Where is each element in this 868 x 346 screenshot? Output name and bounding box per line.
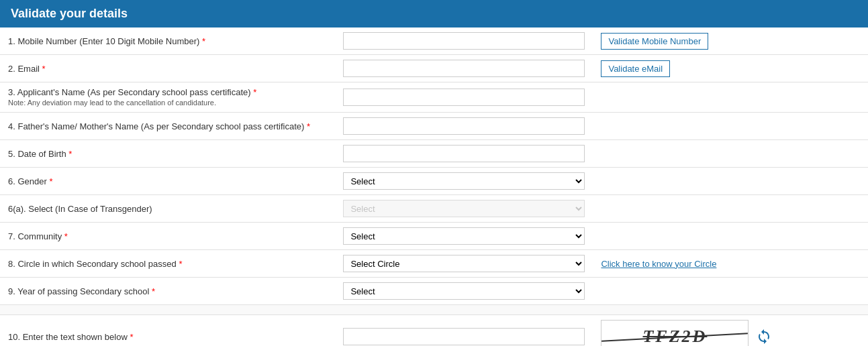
form-table: 1. Mobile Number (Enter 10 Digit Mobile …: [0, 27, 868, 346]
email-label-cell: 2. Email *: [0, 55, 335, 82]
captcha-image-cell: TFZ2D: [593, 315, 868, 347]
circle-label: 8. Circle in which Secondary school pass…: [8, 259, 177, 269]
transgender-input-cell: Select: [335, 195, 593, 223]
dob-label: 5. Date of Birth: [8, 149, 66, 159]
community-input-cell: Select OC BC MBC SC ST: [335, 223, 593, 250]
captcha-label-cell: 10. Enter the text shown below *: [0, 315, 335, 347]
father-name-input-cell: [335, 113, 593, 140]
circle-label-cell: 8. Circle in which Secondary school pass…: [0, 250, 335, 278]
circle-row: 8. Circle in which Secondary school pass…: [0, 250, 868, 278]
main-container: Validate your details 1. Mobile Number (…: [0, 0, 868, 346]
circle-select[interactable]: Select Circle Circle 1 Circle 2: [343, 255, 585, 272]
gender-label: 6. Gender: [8, 176, 47, 186]
email-required: *: [42, 64, 46, 74]
community-action-cell: [593, 223, 868, 250]
year-label: 9. Year of passing Secondary school: [8, 286, 149, 296]
father-name-input[interactable]: [343, 117, 585, 135]
father-name-row: 4. Father's Name/ Mother's Name (As per …: [0, 113, 868, 140]
captcha-row: 10. Enter the text shown below * TFZ2D: [0, 315, 868, 347]
applicant-name-row: 3. Applicant's Name (As per Secondary sc…: [0, 82, 868, 113]
mobile-action-cell: Validate Mobile Number: [593, 27, 868, 55]
community-row: 7. Community * Select OC BC MBC SC ST: [0, 223, 868, 250]
dob-input[interactable]: [343, 145, 585, 162]
applicant-name-input[interactable]: [343, 89, 585, 106]
applicant-name-note: Note: Any deviation may lead to the canc…: [8, 99, 216, 107]
captcha-image: TFZ2D: [601, 320, 749, 346]
father-name-label-cell: 4. Father's Name/ Mother's Name (As per …: [0, 113, 335, 140]
mobile-input[interactable]: [343, 32, 585, 50]
dob-action-cell: [593, 140, 868, 168]
gender-select[interactable]: Select Male Female Transgender: [343, 172, 585, 190]
refresh-captcha-button[interactable]: [755, 328, 773, 345]
dob-label-cell: 5. Date of Birth *: [0, 140, 335, 168]
year-required: *: [152, 286, 155, 296]
applicant-name-action-cell: [593, 82, 868, 113]
gender-row: 6. Gender * Select Male Female Transgend…: [0, 168, 868, 195]
community-select[interactable]: Select OC BC MBC SC ST: [343, 227, 585, 245]
captcha-area: TFZ2D: [601, 320, 860, 346]
father-name-required: *: [307, 121, 310, 131]
applicant-name-label-cell: 3. Applicant's Name (As per Secondary sc…: [0, 82, 335, 113]
dob-row: 5. Date of Birth *: [0, 140, 868, 168]
gender-action-cell: [593, 168, 868, 195]
captcha-text: TFZ2D: [642, 327, 707, 346]
circle-required: *: [179, 259, 182, 269]
dob-required: *: [68, 149, 72, 159]
validate-mobile-button[interactable]: Validate Mobile Number: [601, 33, 708, 50]
transgender-row: 6(a). Select (In Case of Transgender) Se…: [0, 195, 868, 223]
father-name-label: 4. Father's Name/ Mother's Name (As per …: [8, 121, 304, 131]
transgender-action-cell: [593, 195, 868, 223]
year-select[interactable]: Select 2023 2022 2021: [343, 282, 585, 300]
captcha-input[interactable]: [343, 328, 585, 345]
community-label-cell: 7. Community *: [0, 223, 335, 250]
email-action-cell: Validate eMail: [593, 55, 868, 82]
captcha-required: *: [130, 332, 133, 342]
circle-input-cell: Select Circle Circle 1 Circle 2: [335, 250, 593, 278]
applicant-name-input-cell: [335, 82, 593, 113]
mobile-label: 1. Mobile Number (Enter 10 Digit Mobile …: [8, 36, 199, 46]
captcha-label: 10. Enter the text shown below: [8, 332, 128, 342]
mobile-required: *: [202, 36, 205, 46]
year-row: 9. Year of passing Secondary school * Se…: [0, 278, 868, 305]
father-name-action-cell: [593, 113, 868, 140]
email-label: 2. Email: [8, 64, 40, 74]
community-required: *: [64, 231, 68, 241]
gender-input-cell: Select Male Female Transgender: [335, 168, 593, 195]
transgender-label-cell: 6(a). Select (In Case of Transgender): [0, 195, 335, 223]
email-input[interactable]: [343, 60, 585, 77]
gender-required: *: [49, 176, 52, 186]
email-input-cell: [335, 55, 593, 82]
page-header: Validate your details: [0, 0, 868, 27]
page-title: Validate your details: [11, 7, 128, 20]
community-label: 7. Community: [8, 231, 62, 241]
dob-input-cell: [335, 140, 593, 168]
applicant-name-required: *: [253, 87, 256, 97]
mobile-label-cell: 1. Mobile Number (Enter 10 Digit Mobile …: [0, 27, 335, 55]
email-row: 2. Email * Validate eMail: [0, 55, 868, 82]
transgender-select[interactable]: Select: [343, 200, 585, 217]
transgender-label: 6(a). Select (In Case of Transgender): [8, 204, 152, 214]
mobile-input-cell: [335, 27, 593, 55]
applicant-name-label: 3. Applicant's Name (As per Secondary sc…: [8, 87, 251, 97]
captcha-input-cell: [335, 315, 593, 347]
year-action-cell: [593, 278, 868, 305]
circle-link[interactable]: Click here to know your Circle: [601, 259, 716, 269]
validate-email-button[interactable]: Validate eMail: [601, 60, 670, 77]
circle-action-cell: Click here to know your Circle: [593, 250, 868, 278]
year-label-cell: 9. Year of passing Secondary school *: [0, 278, 335, 305]
spacer-row: [0, 305, 868, 315]
mobile-row: 1. Mobile Number (Enter 10 Digit Mobile …: [0, 27, 868, 55]
year-input-cell: Select 2023 2022 2021: [335, 278, 593, 305]
gender-label-cell: 6. Gender *: [0, 168, 335, 195]
